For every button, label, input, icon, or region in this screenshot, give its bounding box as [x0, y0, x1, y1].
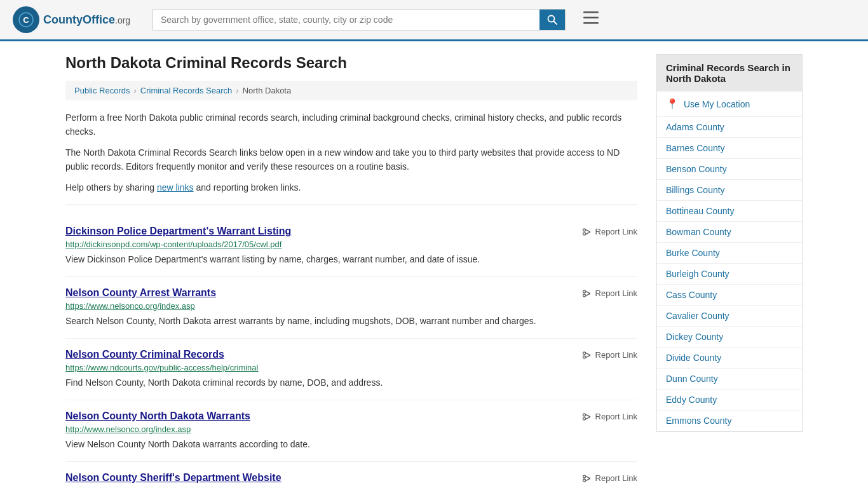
- location-pin-icon: 📍: [666, 98, 679, 110]
- sidebar-county-item: Eddy County: [657, 390, 802, 410]
- svg-line-19: [585, 355, 590, 358]
- new-links-link[interactable]: new links: [157, 182, 194, 193]
- scissors-icon: [582, 288, 592, 299]
- menu-button[interactable]: [578, 9, 604, 30]
- scissors-icon: [582, 227, 592, 237]
- breadcrumb-sep-1: ›: [133, 86, 136, 95]
- report-link-label: Report Link: [595, 227, 637, 236]
- sidebar-county-item: Benson County: [657, 159, 802, 180]
- search-icon: [547, 15, 557, 25]
- svg-point-16: [583, 352, 585, 355]
- results-container: Dickinson Police Department's Warrant Li…: [65, 215, 637, 488]
- report-link-button[interactable]: Report Link: [582, 472, 637, 484]
- result-url[interactable]: https://www.ndcourts.gov/public-access/h…: [65, 363, 637, 372]
- result-description: Find Nelson County, North Dakota crimina…: [65, 376, 637, 390]
- sidebar-county-link[interactable]: Benson County: [657, 159, 802, 179]
- svg-line-15: [585, 294, 590, 296]
- result-title[interactable]: Dickinson Police Department's Warrant Li…: [65, 226, 291, 237]
- breadcrumb-criminal-records[interactable]: Criminal Records Search: [140, 86, 233, 95]
- sidebar-box: Criminal Records Search in North Dakota …: [656, 54, 803, 432]
- svg-rect-6: [583, 17, 599, 19]
- sidebar-county-item: Barnes County: [657, 138, 802, 159]
- svg-line-14: [585, 291, 590, 294]
- search-input[interactable]: [153, 10, 539, 30]
- logo-icon: C: [13, 6, 39, 33]
- sidebar-county-link[interactable]: Adams County: [657, 117, 802, 137]
- sidebar-county-link[interactable]: Divide County: [657, 348, 802, 368]
- sidebar-county-link[interactable]: Dickey County: [657, 327, 802, 347]
- result-header: Nelson County Arrest Warrants Report Lin…: [65, 287, 637, 299]
- report-link-button[interactable]: Report Link: [582, 410, 637, 422]
- sidebar-county-link[interactable]: Burleigh County: [657, 264, 802, 284]
- report-link-button[interactable]: Report Link: [582, 287, 637, 299]
- svg-text:C: C: [23, 15, 29, 25]
- search-button[interactable]: [539, 10, 565, 30]
- svg-line-22: [585, 414, 590, 417]
- report-link-button[interactable]: Report Link: [582, 349, 637, 360]
- menu-icon: [583, 11, 599, 24]
- sidebar-county-link[interactable]: Bowman County: [657, 222, 802, 242]
- breadcrumb-public-records[interactable]: Public Records: [74, 86, 130, 95]
- svg-point-17: [583, 356, 585, 358]
- result-url[interactable]: https://www.nelsonco.org/index.asp: [65, 301, 637, 311]
- intro-para-1: Perform a free North Dakota public crimi…: [65, 111, 637, 139]
- sidebar-county-item: Adams County: [657, 117, 802, 138]
- sidebar: Criminal Records Search in North Dakota …: [656, 54, 803, 488]
- svg-line-10: [585, 229, 590, 232]
- sidebar-county-item: Divide County: [657, 348, 802, 369]
- sidebar-county-link[interactable]: Cass County: [657, 285, 802, 305]
- result-description: Search Nelson County, North Dakota arres…: [65, 315, 637, 328]
- report-link-label: Report Link: [595, 412, 637, 421]
- result-item: Nelson County North Dakota Warrants Repo…: [65, 400, 637, 462]
- breadcrumb: Public Records › Criminal Records Search…: [65, 81, 637, 100]
- sidebar-county-item: Burke County: [657, 243, 802, 264]
- svg-point-8: [583, 229, 585, 231]
- sidebar-county-item: Billings County: [657, 180, 802, 201]
- site-header: C CountyOffice.org: [0, 0, 868, 41]
- sidebar-county-link[interactable]: Bottineau County: [657, 201, 802, 221]
- sidebar-county-item: Emmons County: [657, 410, 802, 431]
- sidebar-county-item: Bowman County: [657, 222, 802, 243]
- sidebar-county-item: Cass County: [657, 285, 802, 306]
- svg-point-20: [583, 414, 585, 416]
- result-title[interactable]: Nelson County North Dakota Warrants: [65, 410, 250, 422]
- svg-point-21: [583, 417, 585, 420]
- svg-line-18: [585, 353, 590, 355]
- result-header: Nelson County Sheriff's Department Websi…: [65, 472, 637, 484]
- result-description: View Dickinson Police Department's warra…: [65, 253, 637, 266]
- result-item: Nelson County Arrest Warrants Report Lin…: [65, 277, 637, 339]
- report-link-label: Report Link: [595, 473, 637, 483]
- intro-para-3: Help others by sharing new links and rep…: [65, 180, 637, 194]
- sidebar-county-link[interactable]: Barnes County: [657, 138, 802, 158]
- sidebar-county-item: Bottineau County: [657, 201, 802, 222]
- sidebar-county-item: Burleigh County: [657, 264, 802, 285]
- sidebar-county-link[interactable]: Burke County: [657, 243, 802, 263]
- result-header: Nelson County Criminal Records Report Li…: [65, 349, 637, 360]
- sidebar-county-link[interactable]: Billings County: [657, 180, 802, 200]
- logo-area: C CountyOffice.org: [13, 6, 140, 33]
- scissors-icon: [582, 412, 592, 422]
- sidebar-county-link[interactable]: Eddy County: [657, 390, 802, 410]
- sidebar-county-link[interactable]: Cavalier County: [657, 306, 802, 326]
- scissors-icon: [582, 350, 592, 360]
- result-url[interactable]: http://dickinsonpd.com/wp-content/upload…: [65, 240, 637, 249]
- main-container: North Dakota Criminal Records Search Pub…: [53, 41, 815, 488]
- use-location-btn[interactable]: 📍 Use My Location: [657, 92, 802, 117]
- result-title[interactable]: Nelson County Arrest Warrants: [65, 287, 216, 299]
- result-title[interactable]: Nelson County Criminal Records: [65, 349, 224, 360]
- use-location-label: Use My Location: [684, 99, 750, 109]
- sidebar-county-link[interactable]: Dunn County: [657, 369, 802, 389]
- search-bar: [153, 9, 566, 30]
- result-title[interactable]: Nelson County Sheriff's Department Websi…: [65, 472, 281, 484]
- breadcrumb-current: North Dakota: [243, 86, 292, 95]
- svg-line-11: [585, 232, 590, 234]
- result-url[interactable]: http://www.nelsonco.org/index.asp: [65, 424, 637, 434]
- svg-line-4: [554, 22, 557, 25]
- report-link-button[interactable]: Report Link: [582, 226, 637, 237]
- sidebar-county-link[interactable]: Emmons County: [657, 410, 802, 431]
- result-item: Nelson County Criminal Records Report Li…: [65, 339, 637, 400]
- svg-point-25: [583, 479, 585, 482]
- svg-line-26: [585, 476, 590, 478]
- intro-para-2: The North Dakota Criminal Records Search…: [65, 146, 637, 174]
- sidebar-header: Criminal Records Search in North Dakota: [657, 55, 802, 92]
